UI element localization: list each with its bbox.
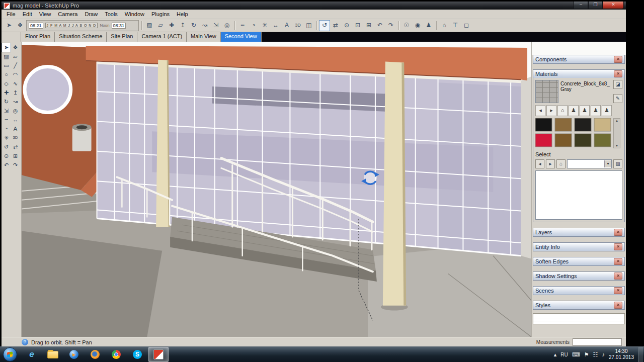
zoom-window-icon[interactable]: ⊡ (353, 21, 363, 31)
left-protractor-icon[interactable]: ◔ (2, 125, 11, 133)
position-camera-icon[interactable]: ☉ (401, 21, 412, 31)
menu-view[interactable]: View (36, 11, 55, 18)
model-canvas[interactable] (22, 42, 531, 337)
close-icon[interactable]: ✕ (614, 243, 622, 250)
menu-file[interactable]: File (3, 11, 19, 18)
taskbar-skype[interactable]: S (127, 347, 147, 362)
title-bar[interactable]: mag model - SketchUp Pro – ❐ ✕ (2, 2, 626, 10)
left-circle-tool-icon[interactable]: ○ (2, 70, 11, 79)
zoom-tool-icon[interactable]: ⊙ (342, 21, 352, 31)
left-push-pull-icon[interactable]: ↥ (11, 88, 20, 97)
shadow-time-value[interactable]: 08:31 (112, 23, 126, 29)
show-desktop-button[interactable] (638, 347, 643, 362)
section-plane-icon[interactable]: ◫ (304, 21, 314, 31)
component-thumb[interactable]: ♟ (591, 105, 601, 116)
soften-edges-header[interactable]: Soften Edges ✕ (533, 257, 624, 265)
left-orbit-tool-icon[interactable]: ↺ (2, 143, 11, 151)
tab-camera-1[interactable]: Camera 1 (ACT) (137, 32, 187, 42)
forward-arrow-icon[interactable]: ▸ (546, 105, 556, 116)
eyedropper-icon[interactable]: ✎ (613, 94, 622, 103)
left-pan-tool-icon[interactable]: ⇄ (11, 143, 20, 151)
left-zoom-tool-icon[interactable]: ⊙ (2, 152, 11, 160)
iso-view-icon[interactable]: ⌂ (439, 21, 449, 31)
chevron-down-icon[interactable]: ▾ (604, 160, 611, 167)
scenes-header[interactable]: Scenes ✕ (533, 287, 624, 295)
menu-draw[interactable]: Draw (81, 11, 101, 18)
tab-second-view[interactable]: Second View (221, 32, 262, 42)
previous-view-icon[interactable]: ↶ (375, 21, 385, 31)
look-around-icon[interactable]: ◉ (413, 21, 423, 31)
close-icon[interactable]: ✕ (614, 273, 622, 280)
eraser-tool-icon[interactable]: ▱ (155, 21, 166, 31)
scale-tool-icon[interactable]: ⇲ (211, 21, 221, 31)
left-freehand-tool-icon[interactable]: ∿ (11, 79, 20, 88)
close-icon[interactable]: ✕ (614, 56, 622, 63)
components-header[interactable]: Components ✕ (533, 55, 624, 63)
component-thumb[interactable]: ♟ (580, 105, 590, 116)
entity-info-header[interactable]: Entity Info ✕ (533, 243, 624, 251)
tape-measure-icon[interactable]: ┅ (237, 21, 248, 31)
menu-camera[interactable]: Camera (54, 11, 81, 18)
volume-icon[interactable]: ♪ (602, 351, 605, 357)
left-previous-view-icon[interactable]: ↶ (2, 161, 11, 169)
left-move-tool-icon[interactable]: ✚ (2, 88, 11, 97)
material-swatch[interactable] (535, 118, 552, 131)
menu-plugins[interactable]: Plugins (148, 11, 173, 18)
component-thumb[interactable]: ♟ (569, 105, 579, 116)
material-swatch[interactable] (535, 134, 552, 147)
follow-me-icon[interactable]: ↝ (200, 21, 210, 31)
layers-header[interactable]: Layers ✕ (533, 228, 624, 236)
keyboard-icon[interactable]: ⌨ (572, 351, 580, 358)
material-swatch[interactable] (555, 134, 572, 147)
sample-paint-icon[interactable]: ▨ (613, 159, 622, 168)
menu-edit[interactable]: Edit (19, 11, 36, 18)
left-tape-measure-icon[interactable]: ┅ (2, 116, 11, 124)
left-make-component-icon[interactable]: ❖ (11, 43, 20, 52)
shadow-settings-header[interactable]: Shadow Settings ✕ (533, 272, 624, 280)
action-center-icon[interactable]: ⚑ (584, 351, 589, 358)
taskbar-firefox[interactable] (85, 347, 105, 362)
select-tool-icon[interactable]: ➤ (4, 21, 14, 31)
help-icon[interactable]: ? (22, 339, 28, 345)
left-paint-bucket-icon[interactable]: ▨ (2, 52, 11, 61)
tab-main-view[interactable]: Main View (187, 32, 221, 42)
close-icon[interactable]: ✕ (614, 70, 622, 77)
tab-site-plan[interactable]: Site Plan (107, 32, 137, 42)
material-swatch[interactable] (594, 118, 611, 131)
left-3d-text-icon[interactable]: 3D (11, 134, 20, 142)
minimize-button[interactable]: – (574, 2, 588, 9)
left-polygon-tool-icon[interactable]: ◇ (2, 79, 11, 88)
top-view-icon[interactable]: ⊤ (450, 21, 460, 31)
shadow-date-slider[interactable]: J F M A M J J A S O N D (45, 23, 98, 28)
dimension-tool-icon[interactable]: ↔ (271, 21, 281, 31)
3d-text-icon[interactable]: 3D (293, 21, 303, 31)
material-swatch[interactable] (575, 134, 591, 147)
secondary-pane-icon[interactable]: ◪ (613, 80, 622, 89)
front-view-icon[interactable]: ◻ (461, 21, 471, 31)
left-follow-me-icon[interactable]: ↝ (11, 98, 20, 106)
text-tool-icon[interactable]: A (282, 21, 292, 31)
scroll-down-icon[interactable]: ▾ (614, 144, 620, 148)
zoom-extents-icon[interactable]: ⊞ (364, 21, 374, 31)
network-icon[interactable]: ☷ (593, 351, 598, 358)
forward-arrow-icon[interactable]: ▸ (546, 159, 555, 168)
left-rectangle-tool-icon[interactable]: ▭ (2, 61, 11, 70)
left-line-tool-icon[interactable]: ╱ (11, 61, 20, 70)
maximize-button[interactable]: ❐ (588, 2, 603, 9)
tab-situation-scheme[interactable]: Situation Scheme (55, 32, 107, 42)
back-arrow-icon[interactable]: ◂ (535, 105, 545, 116)
left-scale-tool-icon[interactable]: ⇲ (2, 107, 11, 115)
pan-tool-icon[interactable]: ⇄ (331, 21, 341, 31)
close-icon[interactable]: ✕ (614, 287, 622, 294)
left-rotate-tool-icon[interactable]: ↻ (2, 98, 11, 106)
taskbar-media-player[interactable]: ▶ (64, 347, 84, 362)
taskbar-clock[interactable]: 14:30 27.01.2013 (609, 348, 634, 361)
language-indicator[interactable]: RU (560, 352, 568, 357)
make-component-icon[interactable]: ❖ (15, 21, 25, 31)
offset-tool-icon[interactable]: ◎ (222, 21, 232, 31)
menu-tools[interactable]: Tools (101, 11, 121, 18)
taskbar-sketchup[interactable] (148, 347, 169, 362)
scroll-up-icon[interactable]: ▴ (614, 119, 620, 123)
in-model-house-icon[interactable]: ⌂ (556, 159, 566, 168)
component-thumb[interactable]: ♟ (602, 105, 612, 116)
